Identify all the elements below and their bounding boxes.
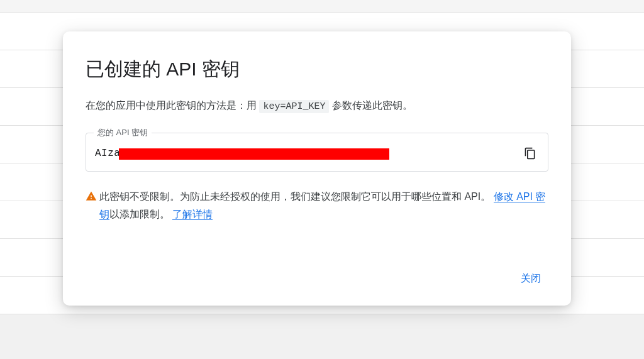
api-key-value[interactable]: AIza [95, 147, 389, 160]
warning-text: 此密钥不受限制。为防止未经授权的使用，我们建议您限制它可以用于哪些位置和 API… [99, 188, 548, 223]
copy-icon [524, 147, 536, 160]
warning-message: 此密钥不受限制。为防止未经授权的使用，我们建议您限制它可以用于哪些位置和 API… [86, 188, 548, 223]
api-key-created-dialog: 已创建的 API 密钥 在您的应用中使用此密钥的方法是：用 key=API_KE… [63, 31, 571, 306]
copy-button[interactable] [521, 145, 539, 162]
desc-code: key=API_KEY [259, 100, 329, 113]
warning-icon [86, 189, 97, 207]
api-key-field: 您的 API 密钥 AIza [86, 133, 548, 172]
desc-prefix: 在您的应用中使用此密钥的方法是：用 [86, 100, 259, 111]
bg-row [0, 0, 644, 13]
dialog-title: 已创建的 API 密钥 [86, 57, 548, 82]
field-label: 您的 API 密钥 [94, 127, 152, 138]
dialog-description: 在您的应用中使用此密钥的方法是：用 key=API_KEY 参数传递此密钥。 [86, 97, 548, 115]
close-button[interactable]: 关闭 [513, 267, 548, 290]
api-key-prefix: AIza [95, 148, 120, 159]
warning-part1: 此密钥不受限制。为防止未经授权的使用，我们建议您限制它可以用于哪些位置和 API… [99, 191, 491, 202]
dialog-actions: 关闭 [86, 267, 548, 290]
desc-suffix: 参数传递此密钥。 [332, 100, 413, 111]
api-key-redacted [119, 148, 389, 160]
learn-more-link[interactable]: 了解详情 [172, 209, 213, 220]
warning-part2: 以添加限制。 [109, 209, 170, 219]
